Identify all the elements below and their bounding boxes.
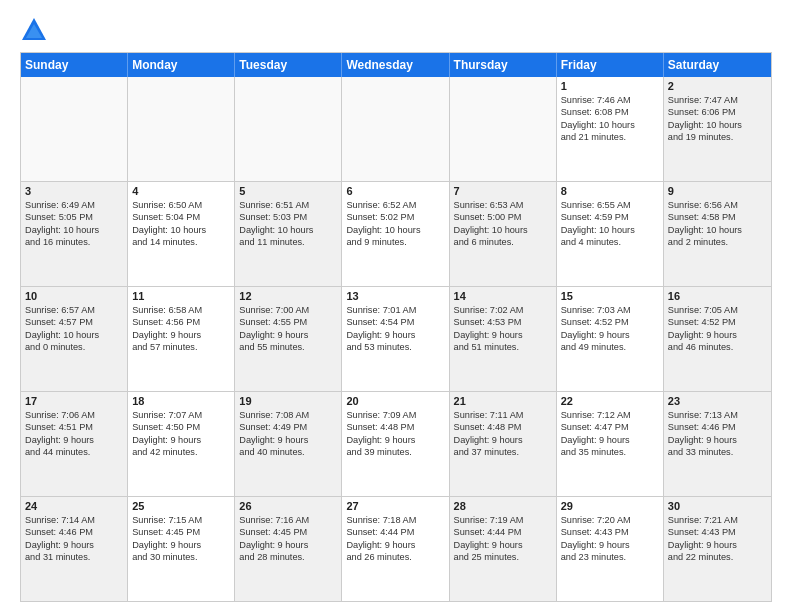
cell-text: Sunrise: 7:09 AM Sunset: 4:48 PM Dayligh… [346,409,444,459]
cell-text: Sunrise: 7:14 AM Sunset: 4:46 PM Dayligh… [25,514,123,564]
calendar-cell-0-1 [128,77,235,181]
day-number: 22 [561,395,659,407]
cell-text: Sunrise: 7:20 AM Sunset: 4:43 PM Dayligh… [561,514,659,564]
cell-text: Sunrise: 7:16 AM Sunset: 4:45 PM Dayligh… [239,514,337,564]
calendar-cell-0-0 [21,77,128,181]
cell-text: Sunrise: 6:52 AM Sunset: 5:02 PM Dayligh… [346,199,444,249]
cell-text: Sunrise: 7:08 AM Sunset: 4:49 PM Dayligh… [239,409,337,459]
cell-text: Sunrise: 6:50 AM Sunset: 5:04 PM Dayligh… [132,199,230,249]
day-number: 20 [346,395,444,407]
calendar-row-2: 10Sunrise: 6:57 AM Sunset: 4:57 PM Dayli… [21,286,771,391]
cell-text: Sunrise: 6:56 AM Sunset: 4:58 PM Dayligh… [668,199,767,249]
day-number: 15 [561,290,659,302]
cell-text: Sunrise: 7:00 AM Sunset: 4:55 PM Dayligh… [239,304,337,354]
calendar-cell-0-5: 1Sunrise: 7:46 AM Sunset: 6:08 PM Daylig… [557,77,664,181]
day-number: 17 [25,395,123,407]
day-number: 27 [346,500,444,512]
calendar-cell-4-1: 25Sunrise: 7:15 AM Sunset: 4:45 PM Dayli… [128,497,235,601]
calendar-cell-2-4: 14Sunrise: 7:02 AM Sunset: 4:53 PM Dayli… [450,287,557,391]
calendar-cell-1-4: 7Sunrise: 6:53 AM Sunset: 5:00 PM Daylig… [450,182,557,286]
cell-text: Sunrise: 7:21 AM Sunset: 4:43 PM Dayligh… [668,514,767,564]
day-number: 7 [454,185,552,197]
calendar-cell-4-0: 24Sunrise: 7:14 AM Sunset: 4:46 PM Dayli… [21,497,128,601]
cell-text: Sunrise: 7:47 AM Sunset: 6:06 PM Dayligh… [668,94,767,144]
cell-text: Sunrise: 7:02 AM Sunset: 4:53 PM Dayligh… [454,304,552,354]
day-number: 23 [668,395,767,407]
day-number: 1 [561,80,659,92]
calendar-cell-4-3: 27Sunrise: 7:18 AM Sunset: 4:44 PM Dayli… [342,497,449,601]
cell-text: Sunrise: 6:55 AM Sunset: 4:59 PM Dayligh… [561,199,659,249]
day-number: 29 [561,500,659,512]
weekday-header-tuesday: Tuesday [235,53,342,77]
calendar-cell-3-5: 22Sunrise: 7:12 AM Sunset: 4:47 PM Dayli… [557,392,664,496]
day-number: 21 [454,395,552,407]
calendar-cell-3-3: 20Sunrise: 7:09 AM Sunset: 4:48 PM Dayli… [342,392,449,496]
cell-text: Sunrise: 7:18 AM Sunset: 4:44 PM Dayligh… [346,514,444,564]
calendar-row-0: 1Sunrise: 7:46 AM Sunset: 6:08 PM Daylig… [21,77,771,181]
day-number: 4 [132,185,230,197]
day-number: 5 [239,185,337,197]
cell-text: Sunrise: 7:46 AM Sunset: 6:08 PM Dayligh… [561,94,659,144]
calendar-cell-3-0: 17Sunrise: 7:06 AM Sunset: 4:51 PM Dayli… [21,392,128,496]
day-number: 30 [668,500,767,512]
calendar-cell-1-3: 6Sunrise: 6:52 AM Sunset: 5:02 PM Daylig… [342,182,449,286]
day-number: 19 [239,395,337,407]
weekday-header-monday: Monday [128,53,235,77]
calendar-cell-4-6: 30Sunrise: 7:21 AM Sunset: 4:43 PM Dayli… [664,497,771,601]
cell-text: Sunrise: 6:49 AM Sunset: 5:05 PM Dayligh… [25,199,123,249]
day-number: 25 [132,500,230,512]
calendar-cell-2-0: 10Sunrise: 6:57 AM Sunset: 4:57 PM Dayli… [21,287,128,391]
calendar-body: 1Sunrise: 7:46 AM Sunset: 6:08 PM Daylig… [21,77,771,601]
day-number: 13 [346,290,444,302]
calendar: SundayMondayTuesdayWednesdayThursdayFrid… [20,52,772,602]
calendar-cell-2-6: 16Sunrise: 7:05 AM Sunset: 4:52 PM Dayli… [664,287,771,391]
weekday-header-sunday: Sunday [21,53,128,77]
calendar-header: SundayMondayTuesdayWednesdayThursdayFrid… [21,53,771,77]
calendar-cell-4-4: 28Sunrise: 7:19 AM Sunset: 4:44 PM Dayli… [450,497,557,601]
day-number: 8 [561,185,659,197]
calendar-cell-0-2 [235,77,342,181]
cell-text: Sunrise: 7:03 AM Sunset: 4:52 PM Dayligh… [561,304,659,354]
calendar-cell-0-3 [342,77,449,181]
day-number: 24 [25,500,123,512]
calendar-cell-0-4 [450,77,557,181]
cell-text: Sunrise: 7:06 AM Sunset: 4:51 PM Dayligh… [25,409,123,459]
calendar-cell-2-3: 13Sunrise: 7:01 AM Sunset: 4:54 PM Dayli… [342,287,449,391]
weekday-header-friday: Friday [557,53,664,77]
calendar-cell-1-0: 3Sunrise: 6:49 AM Sunset: 5:05 PM Daylig… [21,182,128,286]
cell-text: Sunrise: 6:57 AM Sunset: 4:57 PM Dayligh… [25,304,123,354]
calendar-cell-0-6: 2Sunrise: 7:47 AM Sunset: 6:06 PM Daylig… [664,77,771,181]
cell-text: Sunrise: 7:05 AM Sunset: 4:52 PM Dayligh… [668,304,767,354]
day-number: 26 [239,500,337,512]
weekday-header-wednesday: Wednesday [342,53,449,77]
calendar-cell-2-1: 11Sunrise: 6:58 AM Sunset: 4:56 PM Dayli… [128,287,235,391]
day-number: 10 [25,290,123,302]
day-number: 6 [346,185,444,197]
calendar-cell-3-1: 18Sunrise: 7:07 AM Sunset: 4:50 PM Dayli… [128,392,235,496]
calendar-cell-3-2: 19Sunrise: 7:08 AM Sunset: 4:49 PM Dayli… [235,392,342,496]
day-number: 28 [454,500,552,512]
calendar-cell-3-4: 21Sunrise: 7:11 AM Sunset: 4:48 PM Dayli… [450,392,557,496]
cell-text: Sunrise: 7:19 AM Sunset: 4:44 PM Dayligh… [454,514,552,564]
header [20,16,772,44]
cell-text: Sunrise: 7:12 AM Sunset: 4:47 PM Dayligh… [561,409,659,459]
day-number: 12 [239,290,337,302]
calendar-cell-3-6: 23Sunrise: 7:13 AM Sunset: 4:46 PM Dayli… [664,392,771,496]
calendar-cell-1-5: 8Sunrise: 6:55 AM Sunset: 4:59 PM Daylig… [557,182,664,286]
calendar-cell-1-1: 4Sunrise: 6:50 AM Sunset: 5:04 PM Daylig… [128,182,235,286]
day-number: 11 [132,290,230,302]
cell-text: Sunrise: 6:58 AM Sunset: 4:56 PM Dayligh… [132,304,230,354]
day-number: 9 [668,185,767,197]
cell-text: Sunrise: 7:13 AM Sunset: 4:46 PM Dayligh… [668,409,767,459]
logo-icon [20,16,48,44]
page: SundayMondayTuesdayWednesdayThursdayFrid… [0,0,792,612]
calendar-row-1: 3Sunrise: 6:49 AM Sunset: 5:05 PM Daylig… [21,181,771,286]
cell-text: Sunrise: 7:07 AM Sunset: 4:50 PM Dayligh… [132,409,230,459]
weekday-header-saturday: Saturday [664,53,771,77]
calendar-cell-1-6: 9Sunrise: 6:56 AM Sunset: 4:58 PM Daylig… [664,182,771,286]
day-number: 18 [132,395,230,407]
weekday-header-thursday: Thursday [450,53,557,77]
cell-text: Sunrise: 7:15 AM Sunset: 4:45 PM Dayligh… [132,514,230,564]
calendar-row-4: 24Sunrise: 7:14 AM Sunset: 4:46 PM Dayli… [21,496,771,601]
logo [20,16,52,44]
